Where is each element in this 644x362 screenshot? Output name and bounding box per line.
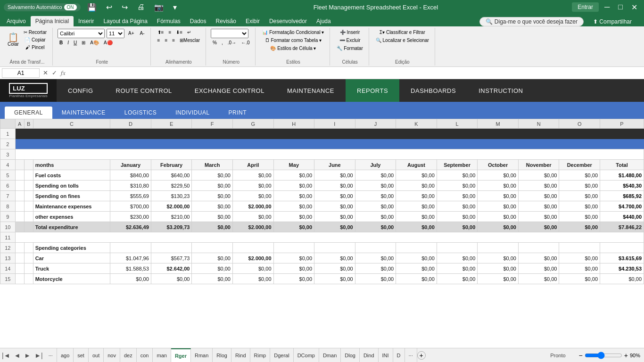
cell-car-feb[interactable]: $567,73	[151, 253, 192, 263]
insert-cells-button[interactable]: ➕ Inserir	[335, 29, 364, 36]
align-bottom-button[interactable]: ⬇≡	[174, 29, 184, 36]
zoom-slider[interactable]	[585, 352, 622, 359]
subtab-logistics[interactable]: LOGISTICS	[115, 107, 166, 119]
cell-moto-jan[interactable]: $0,00	[110, 274, 151, 284]
cell-fuel-total[interactable]: $1.480,00	[600, 170, 644, 181]
increase-decimal-button[interactable]: .0→	[226, 39, 238, 46]
sheet-tab-out[interactable]: out	[89, 348, 104, 362]
zoom-out-button[interactable]: −	[579, 352, 583, 359]
merge-button[interactable]: ⊞Mesclar	[178, 37, 202, 44]
undo-icon[interactable]: ↩	[103, 3, 115, 12]
col-header-h[interactable]: H	[273, 119, 314, 129]
col-header-c[interactable]: C	[33, 119, 110, 129]
font-family-select[interactable]: Calibri	[58, 29, 105, 38]
sheet-tab-dcomp[interactable]: DComp	[294, 348, 319, 362]
autosum-button[interactable]: Σ▾ Classificar e Filtrar	[374, 29, 431, 36]
nav-reports[interactable]: REPORTS	[346, 79, 399, 102]
subtab-print[interactable]: PRINT	[219, 107, 256, 119]
formula-input[interactable]	[69, 70, 642, 76]
label-motorcycle[interactable]: Motorcycle	[33, 274, 110, 284]
wrap-text-button[interactable]: ↵	[185, 29, 193, 36]
label-maintenance-expenses[interactable]: Maintenance expenses	[33, 201, 110, 212]
zoom-in-button[interactable]: +	[624, 352, 628, 359]
sheet-tab-rman[interactable]: Rman	[191, 348, 213, 362]
cell-maint-total[interactable]: $4.700,00	[600, 201, 644, 212]
col-header-m[interactable]: M	[478, 119, 519, 129]
cancel-formula-button[interactable]: ✕	[41, 69, 50, 76]
sheet-nav-next[interactable]: ►	[22, 352, 33, 359]
label-spending-categories[interactable]: Spending categories	[33, 243, 110, 253]
search-box[interactable]: 🔍 Diga-me o que você deseja fazer	[479, 17, 584, 26]
sheet-tab-d[interactable]: D	[393, 348, 405, 362]
nav-dashboards[interactable]: DASHBOARDS	[399, 79, 467, 102]
cell-moto-feb[interactable]: $0,00	[151, 274, 192, 284]
cell-reference-input[interactable]	[2, 68, 40, 78]
nav-exchange-control[interactable]: EXCHANGE CONTROL	[183, 79, 276, 102]
sheet-tab-set[interactable]: set	[74, 348, 89, 362]
cell-truck-jan[interactable]: $1.588,53	[110, 263, 151, 274]
col-header-f[interactable]: F	[192, 119, 233, 129]
col-header-b[interactable]: B	[24, 119, 33, 129]
cell-moto-total[interactable]: $0,00	[600, 274, 644, 284]
cell-tolls-total[interactable]: $540,30	[600, 181, 644, 191]
sheet-tab-dind[interactable]: Dind	[360, 348, 379, 362]
header-december[interactable]: December	[559, 160, 600, 170]
tab-exibir[interactable]: Exibir	[241, 16, 264, 26]
fill-color-button[interactable]: A🎨	[88, 39, 101, 46]
label-other-expenses[interactable]: other expenses	[33, 212, 110, 222]
col-header-k[interactable]: K	[396, 119, 437, 129]
cell-car-apr[interactable]: $2.000,00	[232, 253, 273, 263]
enter-button[interactable]: Entrar	[572, 2, 599, 12]
sheet-tab-dez[interactable]: dez	[120, 348, 137, 362]
insert-function-button[interactable]: 𝑓𝑥	[59, 69, 67, 77]
align-top-button[interactable]: ⬆≡	[156, 29, 166, 36]
maximize-button[interactable]: □	[615, 3, 626, 11]
cell-tolls-jan[interactable]: $310,80	[110, 181, 151, 191]
sheet-tab-dlog[interactable]: Dlog	[341, 348, 360, 362]
align-right-button[interactable]: ≡	[170, 37, 177, 44]
cell-maint-feb[interactable]: $2.000,00	[151, 201, 192, 212]
cut-button[interactable]: ✂ Recortar	[22, 29, 49, 36]
header-september[interactable]: September	[437, 160, 478, 170]
cell-truck-feb[interactable]: $2.642,00	[151, 263, 192, 274]
cell-other-total[interactable]: $440,00	[600, 212, 644, 222]
tab-dados[interactable]: Dados	[185, 16, 211, 26]
cell-car-total[interactable]: $3.615,69	[600, 253, 644, 263]
align-center-button[interactable]: ≡	[163, 37, 169, 44]
align-left-button[interactable]: ≡	[156, 37, 162, 44]
header-may[interactable]: May	[273, 160, 314, 170]
header-months[interactable]: months	[33, 160, 110, 170]
format-table-button[interactable]: 🗒 Formatar como Tabela ▾	[260, 37, 326, 44]
font-color-button[interactable]: A🔴	[102, 39, 115, 46]
cell-total-apr[interactable]: $2.000,00	[232, 222, 273, 232]
label-truck[interactable]: Truck	[33, 263, 110, 274]
cell-fuel-jan[interactable]: $840,00	[110, 170, 151, 181]
sheet-tab-rind[interactable]: Rind	[231, 348, 250, 362]
sort-filter-button[interactable]: 🔍 Localizar e Selecionar	[374, 37, 431, 44]
cell-other-feb[interactable]: $210,00	[151, 212, 192, 222]
confirm-formula-button[interactable]: ✓	[50, 69, 58, 76]
header-august[interactable]: August	[396, 160, 437, 170]
percent-button[interactable]: %	[211, 39, 219, 46]
print-icon[interactable]: 🖨	[134, 3, 148, 11]
tab-inserir[interactable]: Inserir	[74, 16, 99, 26]
add-sheet-button[interactable]: +	[417, 351, 426, 360]
header-october[interactable]: October	[478, 160, 519, 170]
sheet-tab-ini[interactable]: INI	[379, 348, 393, 362]
sheet-tab-ellipsis2[interactable]: ···	[405, 348, 417, 362]
cell-fines-total[interactable]: $685,92	[600, 191, 644, 201]
col-header-g[interactable]: G	[232, 119, 273, 129]
tab-formulas[interactable]: Fórmulas	[152, 16, 185, 26]
col-header-d[interactable]: D	[110, 119, 151, 129]
cell-total-grand[interactable]: $7.846,22	[600, 222, 644, 232]
subtab-general[interactable]: GENERAL	[5, 107, 52, 119]
tab-layout[interactable]: Layout da Página	[99, 16, 152, 26]
subtab-maintenance[interactable]: MAINTENANCE	[52, 107, 115, 119]
cell-fines-feb[interactable]: $130,23	[151, 191, 192, 201]
sheet-tab-ago[interactable]: ago	[57, 348, 74, 362]
tab-desenvolvedor[interactable]: Desenvolvedor	[264, 16, 312, 26]
font-grow-button[interactable]: A+	[126, 30, 136, 37]
col-header-e[interactable]: E	[151, 119, 192, 129]
sheet-tab-man[interactable]: man	[153, 348, 171, 362]
tab-revisao[interactable]: Revisão	[211, 16, 241, 26]
